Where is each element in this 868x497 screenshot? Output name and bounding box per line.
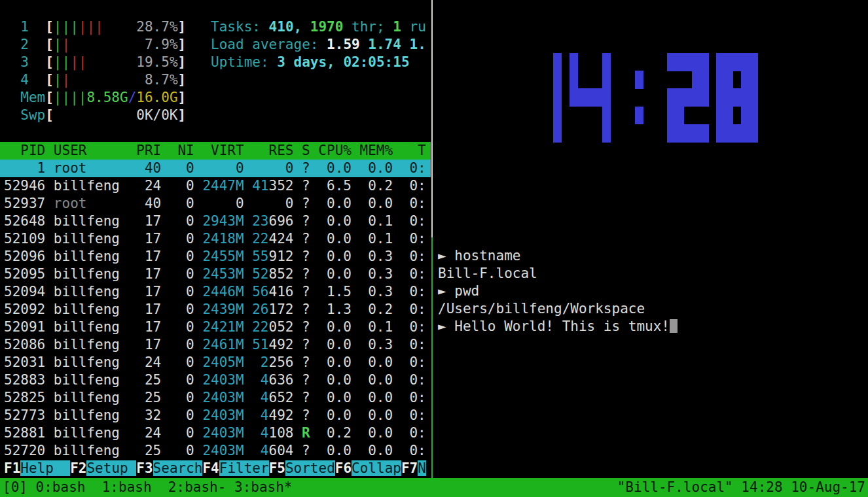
htop-summary-line: Tasks: 410, 1970 thr; 1 ru <box>211 19 426 35</box>
cell-user: billfeng <box>54 442 128 460</box>
cell-pri: 17 <box>128 213 162 230</box>
cell-pri: 24 <box>128 424 162 442</box>
cell-time: 0: <box>393 177 426 195</box>
column-header-pri[interactable]: PRI <box>128 142 162 160</box>
cell-ni: 0 <box>161 160 194 177</box>
fkey-label[interactable]: Help <box>20 460 70 476</box>
process-row[interactable]: 52648 billfeng1702943M23696?0.00.10: <box>0 213 431 230</box>
column-header-sep <box>45 142 54 160</box>
prompt-arrow-icon: ► <box>438 283 454 299</box>
cell-virt: 2403M <box>194 442 244 460</box>
fkey-label[interactable]: N <box>418 460 426 476</box>
process-row[interactable]: 52094 billfeng1702446M56416?1.50.30: <box>0 283 431 301</box>
cell-ni: 0 <box>161 213 194 230</box>
column-header-time[interactable]: T <box>393 142 426 160</box>
clock-glyph-colon <box>635 53 643 142</box>
process-row-selected[interactable]: 1 root40000?0.00.00: <box>0 160 431 177</box>
cell-res: 26172 <box>244 301 294 318</box>
fkey-f1[interactable]: F1 <box>4 460 20 476</box>
meter-row-4: 4[|| 8.7%] <box>0 71 431 89</box>
cell-pri: 17 <box>128 248 162 266</box>
cell-mem: 0.1 <box>352 318 393 336</box>
fkey-f3[interactable]: F3 <box>136 460 153 476</box>
cell-s: ? <box>293 230 310 248</box>
cell-ni: 0 <box>161 301 194 318</box>
process-row[interactable]: 52086 billfeng1702461M51492?0.00.30: <box>0 336 431 354</box>
cell-sep <box>45 195 54 213</box>
cell-time: 0: <box>393 195 426 213</box>
process-row[interactable]: 52092 billfeng1702439M26172?1.30.20: <box>0 301 431 318</box>
terminal-output: ► hostnameBill-F.local► pwd/Users/billfe… <box>434 247 868 335</box>
process-row[interactable]: 52937 root40000?0.00.00: <box>0 195 431 213</box>
cell-mem: 0.3 <box>352 248 393 266</box>
process-row[interactable]: 52881 billfeng2402403M4108R0.20.00: <box>0 424 431 442</box>
cell-sep <box>45 424 54 442</box>
column-header-virt[interactable]: VIRT <box>194 142 244 160</box>
process-row[interactable]: 52720 billfeng2502403M4604?0.00.00: <box>0 442 431 460</box>
cell-pri: 24 <box>128 354 162 371</box>
process-row[interactable]: 52091 billfeng1702421M22052?0.00.10: <box>0 318 431 336</box>
process-row[interactable]: 52883 billfeng2502403M4636?0.00.00: <box>0 371 431 389</box>
column-header-cpu[interactable]: CPU% <box>310 142 352 160</box>
clock-glyph-8 <box>716 53 757 142</box>
cell-res: 4652 <box>244 389 294 407</box>
pane-divider-vertical-top[interactable] <box>431 0 433 237</box>
column-header-res[interactable]: RES <box>244 142 294 160</box>
process-row[interactable]: 52946 billfeng2402447M41352?6.50.20: <box>0 177 431 195</box>
htop-pane: 1[|||||| 28.7%]Tasks: 410, 1970 thr; 1 r… <box>0 0 431 478</box>
clock-glyph-2 <box>667 53 708 142</box>
process-row[interactable]: 52095 billfeng1702453M52852?0.00.30: <box>0 266 431 283</box>
column-header-s[interactable]: S <box>293 142 310 160</box>
shell-terminal-pane[interactable]: ► hostnameBill-F.local► pwd/Users/billfe… <box>434 240 868 478</box>
cell-s: ? <box>293 195 310 213</box>
cell-ni: 0 <box>161 248 194 266</box>
tmux-window-list[interactable]: [0] 0:bash 1:bash 2:bash- 3:bash* <box>3 478 293 497</box>
column-header-mem[interactable]: MEM% <box>352 142 393 160</box>
process-row[interactable]: 52825 billfeng2502403M4652?0.00.00: <box>0 389 431 407</box>
process-row[interactable]: 52773 billfeng3202403M4492?0.00.00: <box>0 407 431 424</box>
cell-s: ? <box>293 336 310 354</box>
process-row[interactable]: 52096 billfeng1702455M55912?0.00.30: <box>0 248 431 266</box>
pane-divider-vertical-bottom-active[interactable] <box>431 237 433 478</box>
cell-sep <box>45 336 54 354</box>
cell-cpu: 6.5 <box>310 177 352 195</box>
cell-pid: 52095 <box>4 266 45 283</box>
htop-table-header[interactable]: PID USERPRINIVIRTRESSCPU%MEM%T <box>0 142 431 160</box>
cell-ni: 0 <box>161 266 194 283</box>
cell-cpu: 0.0 <box>310 389 352 407</box>
htop-function-key-bar: F1Help F2Setup F3SearchF4FilterF5SortedF… <box>0 460 431 477</box>
cell-ni: 0 <box>161 371 194 389</box>
cell-ni: 0 <box>161 318 194 336</box>
cell-user: billfeng <box>54 213 128 230</box>
column-header-ni[interactable]: NI <box>161 142 194 160</box>
fkey-label[interactable]: Sorted <box>285 460 335 476</box>
cell-time: 0: <box>393 424 426 442</box>
cell-time: 0: <box>393 230 426 248</box>
process-row[interactable]: 52109 billfeng1702418M22424?0.00.10: <box>0 230 431 248</box>
fkey-f4[interactable]: F4 <box>202 460 219 476</box>
fkey-f6[interactable]: F6 <box>335 460 352 476</box>
terminal-command-line: ► pwd <box>434 283 868 300</box>
cell-time: 0: <box>393 371 426 389</box>
cell-mem: 0.2 <box>352 177 393 195</box>
process-row[interactable]: 52031 billfeng2402405M2256?0.00.00: <box>0 354 431 371</box>
cell-virt: 2403M <box>194 371 244 389</box>
cell-cpu: 0.0 <box>310 266 352 283</box>
cell-time: 0: <box>393 389 426 407</box>
fkey-label[interactable]: Search <box>153 460 203 476</box>
fkey-label[interactable]: Collap <box>352 460 401 476</box>
column-header-pid[interactable]: PID <box>4 142 45 160</box>
cell-ni: 0 <box>161 424 194 442</box>
cell-sep <box>45 354 54 371</box>
cell-sep <box>45 389 54 407</box>
cell-res: 22052 <box>244 318 294 336</box>
fkey-label[interactable]: Filter <box>219 460 269 476</box>
column-header-user[interactable]: USER <box>54 142 128 160</box>
fkey-label[interactable]: Setup <box>86 460 136 476</box>
cell-res: 4492 <box>244 407 294 424</box>
fkey-f5[interactable]: F5 <box>269 460 285 476</box>
cell-virt: 2403M <box>194 389 244 407</box>
fkey-f7[interactable]: F7 <box>401 460 418 476</box>
fkey-f2[interactable]: F2 <box>70 460 86 476</box>
cell-sep <box>45 371 54 389</box>
